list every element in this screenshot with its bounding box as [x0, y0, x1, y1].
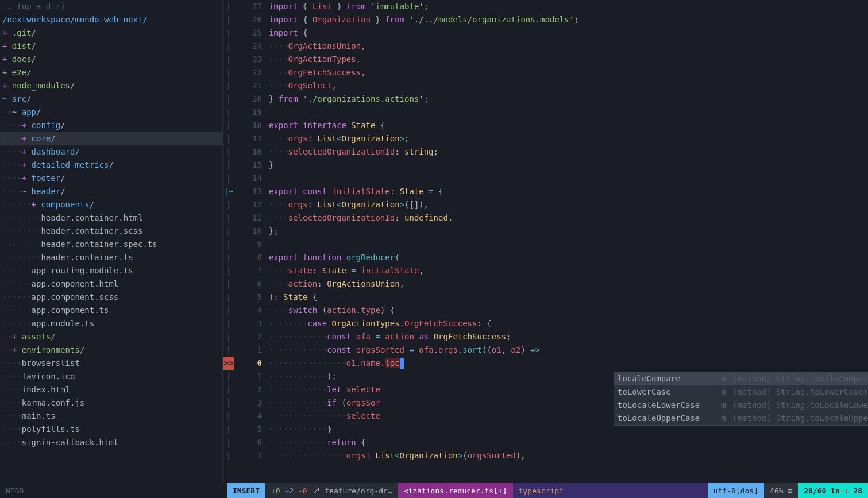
tree-item[interactable]: ····signin-callback.html	[0, 436, 222, 449]
code-line[interactable]: |12····orgs: List<Organization>([]),	[223, 198, 868, 211]
tree-item[interactable]: ····+ footer/	[0, 172, 222, 185]
tree-item[interactable]: ····polyfills.ts	[0, 423, 222, 436]
sign-column: |	[223, 317, 234, 330]
tree-item[interactable]: ········header.container.ts	[0, 251, 222, 264]
tree-item[interactable]: ~ src/	[0, 92, 222, 106]
sign-column: |	[223, 92, 234, 106]
code-line[interactable]: |24····OrgActionsUnion,	[223, 40, 868, 53]
sign-column: |	[223, 396, 234, 410]
git-status: +0 ~2 -0 ⎇ feature/org-dr…	[265, 483, 398, 498]
tree-item[interactable]: + node_modules/	[0, 79, 222, 92]
file-tree[interactable]: .. (up a dir) /nextworkspace/mondo-web-n…	[0, 0, 223, 483]
tree-item[interactable]: ····+ config/	[0, 119, 222, 132]
sign-column: |	[223, 383, 234, 396]
sign-column: |	[223, 198, 234, 211]
sign-column: |	[223, 40, 234, 53]
updir[interactable]: .. (up a dir)	[0, 0, 222, 13]
code-line[interactable]: |7················orgs: List<Organizatio…	[223, 449, 868, 462]
code-line[interactable]: |22····OrgFetchSuccess,	[223, 66, 868, 79]
code-line[interactable]: |27import { List } from 'immutable';	[223, 0, 868, 13]
tree-item[interactable]: ··~ app/	[0, 106, 222, 119]
tree-item[interactable]: + dist/	[0, 40, 222, 53]
code-line[interactable]: |16····selectedOrganizationId: string;	[223, 145, 868, 159]
code-line[interactable]: |18export interface State {	[223, 119, 868, 132]
autocomplete-popup[interactable]: localeComparem(method) String.localeComp…	[614, 372, 868, 426]
code-line[interactable]: |3········case OrgActionTypes.OrgFetchSu…	[223, 317, 868, 330]
sign-column: |	[223, 277, 234, 291]
tree-item[interactable]: ······app.component.scss	[0, 291, 222, 304]
code-line[interactable]: |9	[223, 238, 868, 251]
completion-item[interactable]: toLocaleUpperCasem(method) String.toLoca…	[614, 412, 868, 425]
tree-item[interactable]: ······app.component.ts	[0, 304, 222, 317]
tree-item[interactable]: + .git/	[0, 26, 222, 40]
sign-column: |~	[223, 185, 234, 198]
sign-column: |	[223, 79, 234, 92]
code-line[interactable]: |14	[223, 172, 868, 185]
tree-item[interactable]: ········header.container.scss	[0, 225, 222, 238]
tree-item[interactable]: ····browserslist	[0, 357, 222, 370]
tree-item[interactable]: + docs/	[0, 53, 222, 66]
tree-item[interactable]: ······app-routing.module.ts	[0, 264, 222, 277]
tree-item[interactable]: + e2e/	[0, 66, 222, 79]
code-line[interactable]: |20} from './organizations.actions';	[223, 92, 868, 106]
sign-column: |	[223, 330, 234, 343]
sign-column: |	[223, 436, 234, 449]
sign-column: |	[223, 304, 234, 317]
tree-item[interactable]: ····index.html	[0, 383, 222, 396]
tree-item[interactable]: ····main.ts	[0, 410, 222, 423]
status-bar: NERD INSERT +0 ~2 -0 ⎇ feature/org-dr… <…	[0, 483, 868, 498]
code-line[interactable]: |2············const ofa = action as OrgF…	[223, 330, 868, 343]
code-line[interactable]: |~13export const initialState: State = {	[223, 185, 868, 198]
tree-item[interactable]: ······app.component.html	[0, 277, 222, 291]
sign-column: |	[223, 251, 234, 264]
code-line[interactable]: |6····action: OrgActionsUnion,	[223, 277, 868, 291]
code-line[interactable]: |26import { Organization } from './../mo…	[223, 13, 868, 26]
tree-item[interactable]: ····+ dashboard/	[0, 145, 222, 159]
code-line[interactable]: |11····selectedOrganizationId: undefined…	[223, 211, 868, 225]
code-line[interactable]: |21····OrgSelect,	[223, 79, 868, 92]
code-line[interactable]: |23····OrgActionTypes,	[223, 53, 868, 66]
tree-item[interactable]: ··+ assets/	[0, 330, 222, 343]
tree-item[interactable]: ····+ detailed-metrics/	[0, 159, 222, 172]
sign-column: |	[223, 26, 234, 40]
tree-item[interactable]: ····+ core/	[0, 132, 222, 145]
sign-column: |	[223, 53, 234, 66]
tree-item[interactable]: ········header.container.html	[0, 211, 222, 225]
sign-column: |	[223, 449, 234, 462]
code-editor[interactable]: |27import { List } from 'immutable';|26i…	[223, 0, 868, 483]
sign-column: |	[223, 159, 234, 172]
mode-indicator: INSERT	[227, 483, 265, 498]
sign-column: |	[223, 13, 234, 26]
sign-column: |	[223, 211, 234, 225]
code-line[interactable]: |8export function orgReducer(	[223, 251, 868, 264]
tree-item[interactable]: ······app.module.ts	[0, 317, 222, 330]
encoding: utf-8[dos]	[708, 483, 764, 498]
tree-item[interactable]: ····favicon.ico	[0, 370, 222, 383]
sign-column: |	[223, 145, 234, 159]
code-line[interactable]: |5): State {	[223, 291, 868, 304]
tree-item[interactable]: ········header.container.spec.ts	[0, 238, 222, 251]
tree-item[interactable]: ····~ header/	[0, 185, 222, 198]
sign-column: |	[223, 172, 234, 185]
tree-item[interactable]: ····karma.conf.js	[0, 396, 222, 410]
completion-item[interactable]: toLocaleLowerCasem(method) String.toLoca…	[614, 399, 868, 412]
tree-item[interactable]: ··+ environments/	[0, 343, 222, 357]
tree-item[interactable]: ······+ components/	[0, 198, 222, 211]
completion-item[interactable]: localeComparem(method) String.localeComp…	[614, 372, 868, 385]
sign-column: >>	[223, 357, 234, 370]
sign-column: |	[223, 66, 234, 79]
sign-column: |	[223, 238, 234, 251]
code-line[interactable]: |17····orgs: List<Organization>;	[223, 132, 868, 145]
sign-column: |	[223, 291, 234, 304]
sign-column: |	[223, 0, 234, 13]
code-line[interactable]: |7····state: State = initialState,	[223, 264, 868, 277]
code-line[interactable]: |10};	[223, 225, 868, 238]
code-line[interactable]: |1············const orgsSorted = ofa.org…	[223, 343, 868, 357]
code-line[interactable]: |4····switch (action.type) {	[223, 304, 868, 317]
code-line[interactable]: |25import {	[223, 26, 868, 40]
code-line[interactable]: >>0················o1.name.loc	[223, 357, 868, 370]
code-line[interactable]: |6············return {	[223, 436, 868, 449]
code-line[interactable]: |19	[223, 106, 868, 119]
code-line[interactable]: |15}	[223, 159, 868, 172]
completion-item[interactable]: toLowerCasem(method) String.toLowerCase(…	[614, 385, 868, 399]
